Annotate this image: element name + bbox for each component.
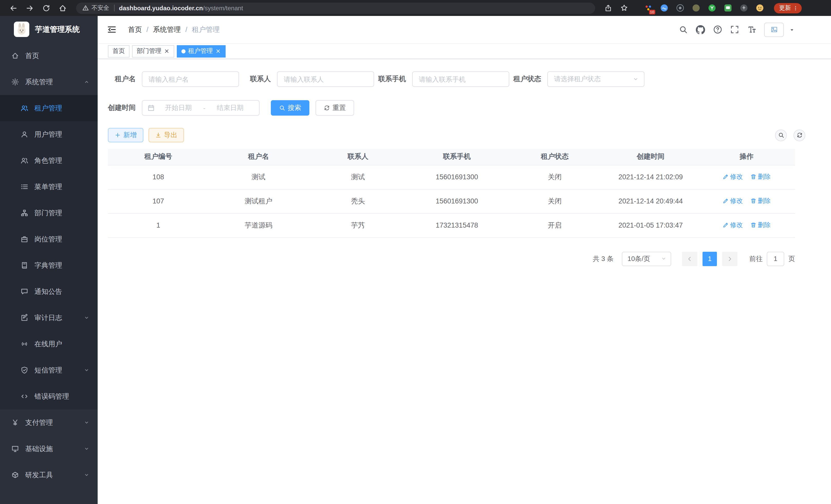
tenant-name-input[interactable] <box>142 71 239 87</box>
sidebar-item[interactable]: 字典管理 <box>0 252 98 278</box>
search-form-row-1: 租户名 联系人 联系手机 租户状态 请选择租户状态 <box>108 71 805 87</box>
sidebar-item[interactable]: 部门管理 <box>0 200 98 226</box>
search-button[interactable]: 搜索 <box>271 100 309 116</box>
address-bar[interactable]: 不安全 dashboard.yudao.iocoder.cn/system/te… <box>76 2 595 13</box>
page-size-value: 10条/页 <box>628 254 650 263</box>
next-page-button[interactable] <box>722 251 738 266</box>
breadcrumb-item[interactable]: 系统管理 <box>153 25 181 34</box>
tab-close-icon[interactable] <box>164 48 170 54</box>
user-avatar[interactable] <box>764 22 784 37</box>
reset-button-label: 重置 <box>333 103 346 113</box>
prev-page-button[interactable] <box>682 251 697 266</box>
users-icon <box>21 157 28 165</box>
bookmark-star-icon[interactable] <box>620 4 628 12</box>
shield-icon <box>21 366 28 374</box>
chevron-down-icon <box>84 420 89 425</box>
browser-forward-icon[interactable] <box>26 4 34 12</box>
sidebar-item[interactable]: 在线用户 <box>0 331 98 357</box>
edit-button[interactable]: 修改 <box>722 197 743 206</box>
export-button[interactable]: 导出 <box>148 128 184 142</box>
extension-icon[interactable] <box>692 4 700 12</box>
breadcrumb-item[interactable]: 首页 <box>128 25 142 34</box>
security-label[interactable]: 不安全 <box>91 4 109 12</box>
cell-name: 测试租户 <box>209 189 308 213</box>
delete-button[interactable]: 删除 <box>750 173 771 181</box>
table-row: 107测试租户秃头15601691300关闭2021-12-14 20:49:4… <box>108 189 795 213</box>
phone-input[interactable] <box>412 71 509 87</box>
breadcrumb-separator: / <box>146 26 148 33</box>
chevron-up-icon <box>84 79 89 85</box>
chevron-down-icon <box>84 446 89 452</box>
goto-page-input[interactable] <box>767 251 784 266</box>
extension-badge: 10 <box>649 10 655 14</box>
tab-item[interactable]: 首页 <box>108 45 130 57</box>
page-size-select[interactable]: 10条/页 <box>622 251 671 266</box>
cell-name: 测试 <box>209 165 308 189</box>
browser-reload-icon[interactable] <box>42 4 50 12</box>
sidebar-item[interactable]: 岗位管理 <box>0 226 98 252</box>
fullscreen-icon[interactable] <box>730 25 739 34</box>
sidebar-item[interactable]: 审计日志 <box>0 305 98 331</box>
tenant-name-label: 租户名 <box>108 75 142 84</box>
arrow-right-icon <box>727 256 733 262</box>
date-start-placeholder: 开始日期 <box>155 103 202 113</box>
browser-home-icon[interactable] <box>59 4 67 12</box>
form-item-phone: 联系手机 <box>378 71 509 87</box>
browser-back-icon[interactable] <box>9 4 18 12</box>
sidebar-item[interactable]: 租户管理 <box>0 95 98 121</box>
code-icon <box>21 392 28 400</box>
edit-button[interactable]: 修改 <box>722 173 743 181</box>
sidebar-item[interactable]: 菜单管理 <box>0 174 98 200</box>
cell-contact: 秃头 <box>308 189 407 213</box>
contact-input[interactable] <box>277 71 374 87</box>
search-icon <box>279 105 285 111</box>
chevron-down-icon <box>633 76 639 82</box>
sidebar-item[interactable]: 通知公告 <box>0 278 98 305</box>
sidebar-item[interactable]: 系统管理 <box>0 69 98 95</box>
sidebar-item[interactable]: 角色管理 <box>0 147 98 174</box>
yen-icon <box>11 419 19 426</box>
delete-button[interactable]: 删除 <box>750 221 771 230</box>
delete-button[interactable]: 删除 <box>750 197 771 206</box>
sidebar-item[interactable]: 短信管理 <box>0 357 98 383</box>
sidebar-toggle-button[interactable] <box>107 25 117 34</box>
tenant-status-select[interactable]: 请选择租户状态 <box>547 71 644 87</box>
sidebar-item[interactable]: 用户管理 <box>0 121 98 147</box>
app-logo[interactable]: 芋道管理系统 <box>0 16 98 42</box>
sidebar-item[interactable]: 错误码管理 <box>0 383 98 410</box>
update-label: 更新 <box>779 4 791 12</box>
edit-button[interactable]: 修改 <box>722 221 743 230</box>
form-item-tenant-name: 租户名 <box>108 71 239 87</box>
header-search-icon[interactable] <box>679 25 688 34</box>
extension-icon[interactable] <box>724 4 732 12</box>
extension-icon[interactable] <box>676 4 685 12</box>
tab-close-icon[interactable] <box>215 48 221 54</box>
add-button[interactable]: 新增 <box>108 128 143 142</box>
contact-label: 联系人 <box>243 75 277 84</box>
sidebar-item[interactable]: 支付管理 <box>0 410 98 436</box>
tab-item[interactable]: 部门管理 <box>132 45 174 57</box>
page-number-button[interactable]: 1 <box>703 251 717 266</box>
table-refresh-button[interactable] <box>794 129 805 141</box>
tab-item[interactable]: 租户管理 <box>177 45 226 57</box>
extension-icon[interactable]: 10 <box>644 4 653 12</box>
search-toggle-button[interactable] <box>775 129 787 141</box>
extension-icon[interactable] <box>755 4 764 12</box>
share-icon[interactable] <box>604 4 612 12</box>
reset-button[interactable]: 重置 <box>316 100 354 116</box>
url-host: dashboard.yudao.iocoder.cn <box>119 4 203 11</box>
github-icon[interactable] <box>696 25 705 34</box>
create-time-range-picker[interactable]: 开始日期 - 结束日期 <box>142 100 260 116</box>
sidebar-item[interactable]: 研发工具 <box>0 462 98 488</box>
sidebar-item[interactable]: 基础设施 <box>0 436 98 462</box>
help-icon[interactable] <box>713 25 722 34</box>
sidebar-item[interactable]: 首页 <box>0 42 98 69</box>
extension-icon[interactable] <box>708 4 716 12</box>
browser-update-button[interactable]: 更新 <box>774 3 802 13</box>
avatar-caret-icon[interactable] <box>789 26 795 33</box>
table-column-header: 租户状态 <box>506 149 603 165</box>
font-size-icon[interactable] <box>747 25 756 34</box>
extension-icon[interactable] <box>740 4 748 12</box>
browser-menu-icon[interactable] <box>793 5 799 11</box>
extension-icon[interactable] <box>660 4 668 12</box>
